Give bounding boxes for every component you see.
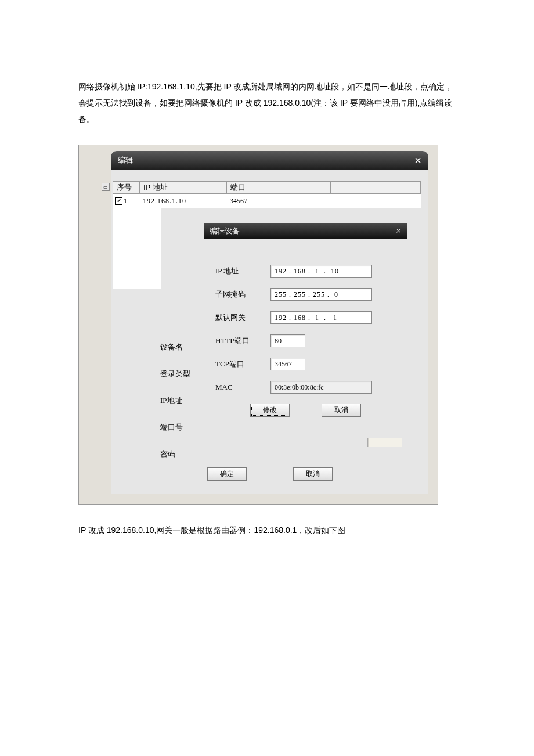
col-port: 端口 bbox=[226, 181, 331, 194]
label-tcp-port: TCP端口 bbox=[215, 359, 270, 369]
label-port-no: 端口号 bbox=[160, 414, 190, 441]
edit-window: 编辑 × ▭ 序号 IP 地址 端口 ✓ 1 192.168.1.10 3 bbox=[111, 151, 428, 494]
modify-button[interactable]: 修改 bbox=[250, 404, 290, 417]
mac-input bbox=[270, 381, 372, 394]
ip-input[interactable] bbox=[270, 265, 372, 278]
http-port-input[interactable] bbox=[270, 334, 305, 347]
background-labels: 设备名 登录类型 IP地址 端口号 密码 bbox=[160, 334, 190, 467]
table-row[interactable]: ✓ 1 192.168.1.10 34567 bbox=[113, 194, 421, 208]
col-empty bbox=[331, 181, 421, 194]
label-mac: MAC bbox=[215, 383, 270, 392]
ok-button[interactable]: 确定 bbox=[207, 467, 247, 481]
screenshot-container: 编辑 × ▭ 序号 IP 地址 端口 ✓ 1 192.168.1.10 3 bbox=[78, 145, 438, 505]
table-header: 序号 IP 地址 端口 bbox=[113, 181, 421, 194]
outro-paragraph: IP 改成 192.168.0.10,网关一般是根据路由器例：192.168.0… bbox=[78, 522, 456, 538]
close-icon[interactable]: × bbox=[414, 154, 421, 166]
col-seq: 序号 bbox=[113, 181, 139, 194]
row-port: 34567 bbox=[226, 197, 331, 206]
row-ip: 192.168.1.10 bbox=[139, 197, 226, 206]
row-checkbox[interactable]: ✓ bbox=[115, 197, 122, 205]
cancel-button[interactable]: 取消 bbox=[322, 404, 361, 417]
white-strip bbox=[113, 208, 161, 289]
label-http-port: HTTP端口 bbox=[215, 336, 270, 346]
edit-device-window: 编辑设备 × IP 地址 子网掩码 默认网关 bbox=[204, 223, 407, 438]
gateway-input[interactable] bbox=[270, 311, 372, 324]
edit-window-titlebar: 编辑 × bbox=[111, 151, 428, 170]
edit-device-title: 编辑设备 bbox=[210, 226, 240, 236]
subnet-mask-input[interactable] bbox=[270, 288, 372, 301]
outer-buttons: 确定 取消 bbox=[111, 467, 428, 481]
label-ip-addr: IP地址 bbox=[160, 387, 190, 414]
label-login-type: 登录类型 bbox=[160, 361, 190, 387]
label-ip: IP 地址 bbox=[215, 266, 270, 276]
col-ip: IP 地址 bbox=[139, 181, 226, 194]
label-password: 密码 bbox=[160, 441, 190, 467]
intro-paragraph: 网络摄像机初始 IP:192.168.1.10,先要把 IP 改成所处局域网的内… bbox=[78, 78, 456, 127]
panel-icon: ▭ bbox=[102, 183, 110, 191]
tcp-port-input[interactable] bbox=[270, 358, 305, 370]
device-table: 序号 IP 地址 端口 ✓ 1 192.168.1.10 34567 bbox=[113, 181, 421, 208]
close-icon[interactable]: × bbox=[396, 226, 401, 236]
edit-device-titlebar: 编辑设备 × bbox=[204, 223, 407, 239]
cancel-button[interactable]: 取消 bbox=[293, 467, 333, 481]
label-device-name: 设备名 bbox=[160, 334, 190, 361]
row-seq: 1 bbox=[124, 197, 127, 206]
edit-window-title: 编辑 bbox=[118, 155, 133, 165]
label-mask: 子网掩码 bbox=[215, 289, 270, 300]
edit-device-form: IP 地址 子网掩码 默认网关 HTTP端口 bbox=[204, 239, 407, 423]
label-gateway: 默认网关 bbox=[215, 312, 270, 323]
